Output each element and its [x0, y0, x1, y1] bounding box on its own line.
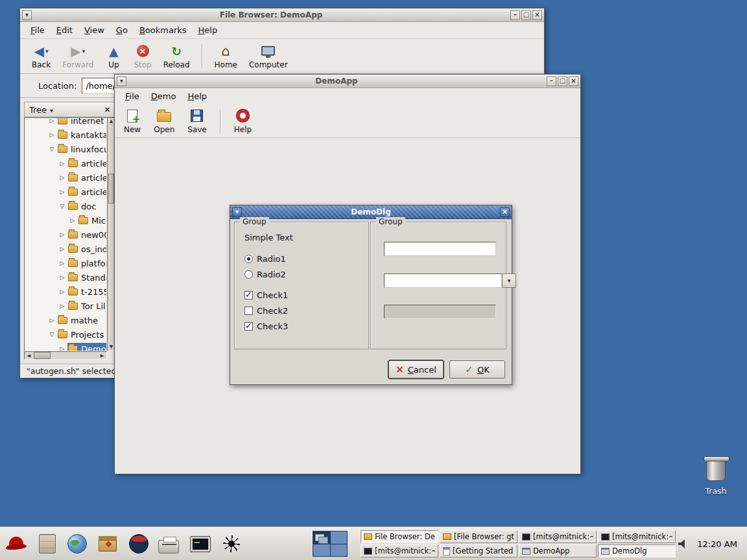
tree-expander-icon[interactable] — [58, 288, 66, 295]
tree-item[interactable]: Projects — [25, 327, 106, 342]
combo-entry[interactable] — [384, 274, 502, 288]
check1[interactable]: Check1 — [244, 290, 288, 300]
terminal-launcher[interactable] — [188, 531, 213, 556]
tree-item[interactable]: Mic — [25, 213, 106, 228]
close-icon[interactable] — [500, 207, 510, 217]
file-browser-titlebar[interactable]: File Browser: DemoApp — [20, 8, 544, 22]
menu-view[interactable]: View — [79, 23, 110, 37]
tree-expander-icon[interactable] — [58, 303, 66, 309]
stop-button[interactable]: Stop — [130, 42, 155, 71]
sidebar-close-icon[interactable] — [102, 104, 113, 115]
tree-item[interactable]: t-2155 — [25, 285, 106, 299]
reload-button[interactable]: Reload — [160, 42, 194, 71]
save-button[interactable]: Save — [184, 107, 210, 135]
window-menu-icon[interactable] — [232, 207, 242, 217]
window-menu-icon[interactable] — [117, 76, 126, 86]
tree-expander-icon[interactable] — [48, 117, 56, 124]
spider-launcher[interactable] — [219, 531, 244, 556]
tree-item[interactable]: doc — [25, 199, 106, 213]
text-entry[interactable] — [384, 242, 496, 256]
task-demodlg[interactable]: DemoDlg — [598, 544, 676, 557]
maximize-icon[interactable] — [521, 10, 531, 20]
printer-launcher[interactable] — [156, 531, 181, 556]
software-launcher[interactable] — [95, 531, 120, 556]
scroll-right-icon[interactable]: ▶ — [98, 352, 106, 359]
task-terminal-3[interactable]: [mits@mitnick:~ — [361, 544, 438, 557]
home-button[interactable]: Home — [211, 42, 241, 71]
tree-horizontal-scrollbar[interactable]: ◀ ▶ — [24, 351, 107, 360]
back-button[interactable]: ▾ Back — [28, 42, 54, 71]
volume-speaker-icon[interactable] — [678, 539, 689, 548]
forward-dropdown-icon[interactable]: ▾ — [82, 48, 86, 54]
check2[interactable]: Check2 — [244, 305, 288, 316]
tree-expander-icon[interactable] — [48, 146, 56, 152]
demoapp-titlebar[interactable]: DemoApp — [115, 75, 580, 88]
task-getting-started[interactable]: [Getting Started — [440, 544, 517, 557]
menu-demo[interactable]: Demo — [146, 89, 182, 103]
task-terminal-1[interactable]: [mits@mitnick:~ — [519, 530, 597, 543]
tree-expander-icon[interactable] — [48, 331, 56, 338]
tree-item[interactable]: article — [25, 170, 106, 185]
task-file-browser-min[interactable]: [File Browser: gt — [440, 530, 517, 543]
combo-box[interactable] — [384, 274, 501, 288]
menu-bookmarks[interactable]: Bookmarks — [134, 23, 192, 37]
menu-go[interactable]: Go — [111, 23, 133, 37]
tree-expander-icon[interactable] — [58, 260, 66, 266]
computer-button[interactable]: Computer — [245, 42, 292, 71]
tree-expander-icon[interactable] — [58, 189, 66, 195]
workspace-4[interactable] — [331, 544, 348, 557]
tree-item[interactable]: linuxfocu — [25, 142, 106, 156]
forward-button[interactable]: ▾ Forward — [58, 42, 97, 71]
menu-file[interactable]: File — [25, 23, 50, 37]
scrollbar-thumb[interactable] — [108, 174, 114, 204]
tree-expander-icon[interactable] — [69, 217, 77, 224]
workspace-2[interactable] — [331, 531, 348, 544]
minimize-icon[interactable] — [510, 10, 520, 20]
maximize-icon[interactable] — [558, 76, 567, 86]
task-demoapp[interactable]: DemoApp — [519, 544, 597, 557]
tree-expander-icon[interactable] — [58, 345, 66, 351]
tree-item[interactable]: platfor — [25, 256, 106, 270]
close-icon[interactable] — [532, 10, 542, 20]
cancel-button[interactable]: Cancel — [388, 360, 444, 379]
tree-item[interactable]: article — [25, 156, 106, 170]
window-menu-icon[interactable] — [22, 10, 32, 20]
tree-item[interactable]: Standa — [25, 270, 106, 285]
radio2[interactable]: Radio2 — [244, 269, 286, 279]
mozilla-launcher[interactable] — [126, 531, 151, 556]
tree-item-selected[interactable]: Demo — [25, 342, 106, 351]
tree-item[interactable]: mathe — [25, 313, 106, 327]
tree-item[interactable]: Tor Lil — [25, 299, 106, 313]
redhat-menu-button[interactable] — [4, 531, 29, 556]
menu-edit[interactable]: Edit — [51, 23, 78, 37]
menu-help[interactable]: Help — [182, 89, 212, 103]
tree-view[interactable]: internet kantakta linuxfocu article arti… — [24, 117, 107, 351]
scrollbar-thumb[interactable] — [34, 352, 51, 359]
new-button[interactable]: New — [120, 107, 145, 135]
check3[interactable]: Check3 — [244, 321, 288, 331]
workspace-3[interactable] — [313, 544, 330, 557]
menu-file[interactable]: File — [120, 89, 145, 103]
trash-can-icon[interactable] — [706, 459, 726, 481]
workspace-1[interactable] — [313, 531, 330, 544]
tree-expander-icon[interactable] — [58, 274, 66, 281]
tree-expander-icon[interactable] — [48, 132, 56, 138]
help-button[interactable]: Help — [230, 107, 255, 135]
demodlg-titlebar[interactable]: DemoDlg — [230, 205, 512, 219]
file-manager-launcher[interactable] — [35, 531, 60, 556]
minimize-icon[interactable] — [547, 76, 556, 86]
tree-item[interactable]: article — [25, 185, 106, 199]
tree-expander-icon[interactable] — [58, 203, 66, 209]
sidebar-view-selector[interactable]: Tree — [27, 105, 100, 115]
scroll-left-icon[interactable]: ◀ — [25, 352, 33, 359]
trash-icon[interactable]: Trash — [695, 459, 737, 496]
radio1[interactable]: Radio1 — [244, 253, 286, 264]
close-icon[interactable] — [569, 76, 578, 86]
tree-expander-icon[interactable] — [58, 246, 66, 252]
combo-dropdown-icon[interactable] — [502, 274, 516, 288]
back-dropdown-icon[interactable]: ▾ — [45, 48, 49, 54]
tree-expander-icon[interactable] — [58, 160, 66, 167]
open-button[interactable]: Open — [150, 107, 178, 135]
web-browser-launcher[interactable] — [65, 531, 89, 556]
menu-help[interactable]: Help — [193, 23, 223, 37]
